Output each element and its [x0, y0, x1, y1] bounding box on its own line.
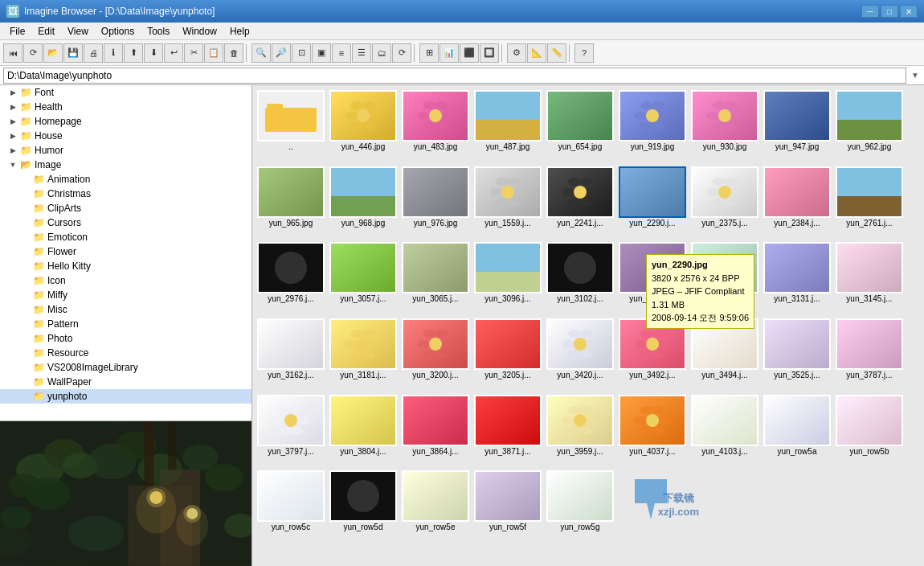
toolbar-button-1[interactable]: ⟳: [23, 43, 43, 63]
tree-item-cursors[interactable]: 📁Cursors: [0, 215, 251, 230]
tree-expander[interactable]: ▶: [6, 115, 19, 128]
thumbnail-item[interactable]: yun_962.jpg: [834, 88, 905, 163]
tree-item-pattern[interactable]: 📁Pattern: [0, 317, 251, 331]
toolbar-button-5[interactable]: ℹ: [104, 43, 123, 63]
tree-expander[interactable]: [19, 260, 32, 273]
toolbar-button-17[interactable]: ≡: [332, 43, 351, 63]
thumbnail-item[interactable]: yun_3096.j...: [472, 240, 543, 315]
toolbar-button-7[interactable]: ⬇: [144, 43, 163, 63]
tree-expander[interactable]: ▶: [6, 129, 19, 142]
tree-expander[interactable]: [19, 318, 32, 330]
thumbnail-item[interactable]: yun_4037.j...: [617, 393, 688, 468]
tree-expander[interactable]: [19, 361, 32, 374]
thumbnail-item[interactable]: yun_3200.j...: [400, 317, 471, 392]
toolbar-button-2[interactable]: 📂: [43, 43, 63, 63]
menu-item-window[interactable]: Window: [176, 24, 223, 39]
thumbnail-item[interactable]: yun_919.jpg: [617, 88, 688, 163]
toolbar-button-13[interactable]: 🔍: [251, 43, 271, 63]
menu-item-edit[interactable]: Edit: [31, 24, 61, 39]
toolbar-button-9[interactable]: ✂: [184, 43, 203, 63]
minimize-button[interactable]: ─: [861, 5, 879, 18]
thumbnail-item[interactable]: yun_3131.j...: [762, 240, 832, 315]
tree-expander[interactable]: [19, 231, 32, 244]
tree-item-animation[interactable]: 📁Animation: [0, 172, 251, 187]
toolbar-button-18[interactable]: ☰: [352, 43, 371, 63]
thumbnail-item[interactable]: yun_3525.j...: [762, 317, 832, 392]
thumbnail-grid[interactable]: ..yun_446.jpgyun_483.jpgyun_487.jpgyun_6…: [252, 85, 924, 547]
tree-expander[interactable]: ▶: [6, 100, 19, 113]
thumbnail-item[interactable]: yun_row5d: [328, 469, 399, 543]
thumbnail-item[interactable]: yun_2241.j...: [545, 165, 615, 240]
thumbnail-item[interactable]: yun_3420.j...: [545, 317, 615, 392]
thumbnail-item[interactable]: yun_3181.j...: [328, 317, 399, 392]
toolbar-button-22[interactable]: ⊞: [419, 43, 439, 63]
thumbnail-item[interactable]: yun_2976.j...: [256, 240, 326, 315]
thumbnail-item[interactable]: yun_654.jpg: [545, 88, 615, 163]
tree-item-image[interactable]: ▼📂Image: [0, 158, 251, 172]
thumbnail-item[interactable]: yun_3065.j...: [400, 240, 471, 315]
toolbar-button-29[interactable]: 📏: [547, 43, 566, 63]
toolbar-button-15[interactable]: ⊡: [292, 43, 311, 63]
tree-item-homepage[interactable]: ▶📁Homepage: [0, 114, 251, 129]
thumbnail-item[interactable]: yun_487.jpg: [472, 88, 543, 163]
tree-expander[interactable]: [19, 289, 32, 301]
thumbnail-item[interactable]: yun_row5f: [472, 469, 543, 543]
toolbar-button-25[interactable]: 🔲: [480, 43, 499, 63]
tree-item-yunphoto[interactable]: 📁yunphoto: [0, 389, 251, 404]
toolbar-button-6[interactable]: ⬆: [124, 43, 143, 63]
tree-view[interactable]: ▶📁Font▶📁Health▶📁Homepage▶📁House▶📁Humor▼📂…: [0, 85, 251, 421]
toolbar-button-19[interactable]: 🗂: [372, 43, 391, 63]
thumbnail-item[interactable]: yun_row5a: [762, 393, 832, 468]
thumbnail-item[interactable]: yun_3804.j...: [328, 393, 399, 468]
menu-item-file[interactable]: File: [3, 24, 31, 39]
thumbnail-item[interactable]: yun_968.jpg: [328, 165, 399, 240]
thumbnail-item[interactable]: yun_965.jpg: [256, 165, 326, 240]
thumbnail-item[interactable]: yun_3871.j...: [472, 393, 543, 468]
thumbnail-item[interactable]: yun_row5e: [400, 469, 471, 543]
tree-item-photo[interactable]: 📁Photo: [0, 331, 251, 346]
tree-expander[interactable]: [19, 274, 32, 287]
tree-expander[interactable]: [19, 187, 32, 200]
tree-expander[interactable]: [19, 173, 32, 186]
toolbar-button-10[interactable]: 📋: [204, 43, 223, 63]
menu-item-tools[interactable]: Tools: [141, 24, 176, 39]
toolbar-button-14[interactable]: 🔎: [272, 43, 291, 63]
thumbnail-item[interactable]: yun_3117.j...: [617, 240, 688, 315]
thumbnail-item[interactable]: yun_3797.j...: [256, 393, 326, 468]
tree-item-emoticon[interactable]: 📁Emoticon: [0, 230, 251, 244]
thumbnail-item[interactable]: yun_947.jpg: [762, 88, 832, 163]
tree-item-humor[interactable]: ▶📁Humor: [0, 143, 251, 158]
thumbnail-item[interactable]: yun_2384.j...: [762, 165, 832, 240]
menu-item-options[interactable]: Options: [95, 24, 141, 39]
toolbar-button-8[interactable]: ↩: [164, 43, 183, 63]
maximize-button[interactable]: □: [881, 5, 898, 18]
thumbnail-item[interactable]: yun_row5g: [545, 469, 615, 543]
tree-item-health[interactable]: ▶📁Health: [0, 100, 251, 114]
thumbnail-item[interactable]: yun_3864.j...: [400, 393, 471, 468]
thumbnail-item[interactable]: yun_3145.j...: [834, 240, 905, 315]
thumbnail-item[interactable]: yun_2375.j...: [689, 165, 760, 240]
tree-item-miffy[interactable]: 📁Miffy: [0, 288, 251, 302]
thumbnail-item[interactable]: yun_2290.j...: [617, 165, 688, 240]
tree-expander[interactable]: [19, 202, 32, 215]
menu-item-view[interactable]: View: [61, 24, 95, 39]
thumbnail-item[interactable]: yun_3494.j...: [689, 317, 760, 392]
tree-item-house[interactable]: ▶📁House: [0, 129, 251, 143]
thumbnail-item[interactable]: yun_3130.j...: [689, 240, 760, 315]
tree-item-vs2008imagelibrary[interactable]: 📁VS2008ImageLibrary: [0, 360, 251, 375]
tree-expander[interactable]: [19, 303, 32, 316]
thumbnail-item[interactable]: yun_1559.j...: [472, 165, 543, 240]
thumbnail-item[interactable]: yun_483.jpg: [400, 88, 471, 163]
thumbnail-item[interactable]: ..: [256, 88, 326, 163]
thumbnail-item[interactable]: yun_3492.j...: [617, 317, 688, 392]
menu-item-help[interactable]: Help: [223, 24, 256, 39]
toolbar-button-20[interactable]: ⟳: [392, 43, 411, 63]
toolbar-button-23[interactable]: 📊: [440, 43, 459, 63]
tree-item-flower[interactable]: 📁Flower: [0, 244, 251, 259]
thumbnail-item[interactable]: yun_4103.j...: [689, 393, 760, 468]
thumbnail-item[interactable]: yun_3102.j...: [545, 240, 615, 315]
tree-expander[interactable]: [19, 245, 32, 258]
tree-item-wallpaper[interactable]: 📁WallPaper: [0, 375, 251, 389]
thumbnail-item[interactable]: yun_3787.j...: [834, 317, 905, 392]
thumbnail-item[interactable]: yun_3162.j...: [256, 317, 326, 392]
